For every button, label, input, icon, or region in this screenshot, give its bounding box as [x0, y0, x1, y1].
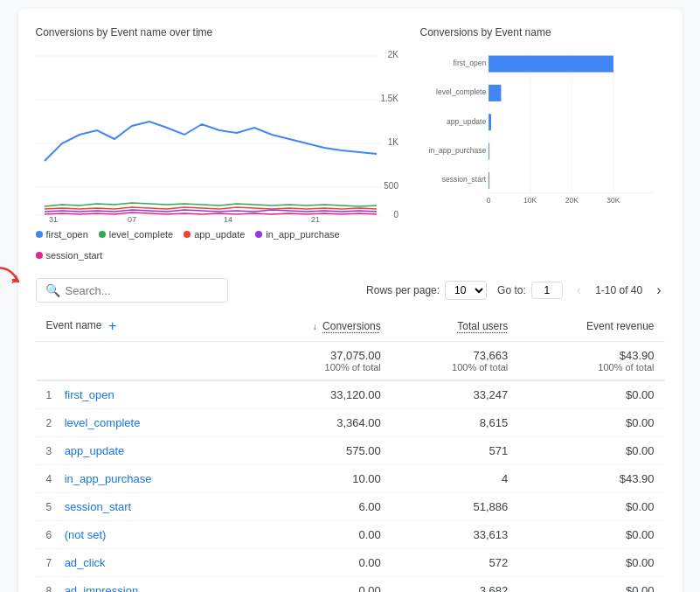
totals-label	[36, 342, 245, 381]
svg-rect-32	[489, 85, 501, 101]
td-conversions: 0.00	[244, 521, 391, 549]
td-row-num-event: 6 (not set)	[36, 521, 245, 549]
td-row-num-event: 7 ad_click	[36, 549, 245, 577]
td-users: 4	[392, 465, 518, 493]
th-conversions-label: Conversions	[322, 320, 381, 332]
td-users: 8,615	[392, 409, 518, 437]
goto-label: Go to:	[497, 284, 526, 296]
svg-rect-31	[489, 56, 613, 73]
svg-text:1.5K: 1.5K	[380, 94, 399, 103]
td-row-num-event: 4 in_app_purchase	[36, 465, 245, 493]
event-link[interactable]: ad_click	[65, 556, 106, 569]
td-conversions: 575.00	[244, 437, 391, 465]
row-number: 4	[46, 473, 52, 485]
legend-dot-in-app-purchase	[255, 231, 262, 238]
legend-label-session-start: session_start	[46, 250, 103, 261]
line-chart: 2K 1.5K 1K 500 0 31 Jul 07 Aug	[36, 47, 403, 222]
th-event-name-label: Event name	[46, 319, 102, 331]
red-arrow-annotation	[0, 264, 27, 294]
svg-text:31: 31	[48, 215, 57, 222]
td-revenue: $0.00	[518, 549, 664, 577]
search-box[interactable]: 🔍	[36, 278, 228, 303]
rows-per-page: Rows per page: 10 25 50	[366, 281, 487, 300]
svg-text:0: 0	[486, 196, 490, 205]
sort-icon-conversions: ↓	[313, 322, 317, 331]
svg-text:1K: 1K	[387, 137, 399, 147]
svg-text:10K: 10K	[523, 196, 537, 205]
svg-text:in_app_purchase: in_app_purchase	[428, 146, 486, 155]
svg-rect-34	[489, 143, 489, 160]
event-link[interactable]: in_app_purchase	[65, 472, 152, 485]
svg-text:2K: 2K	[387, 50, 399, 59]
td-conversions: 33,120.00	[244, 380, 391, 409]
th-total-users: Total users	[392, 311, 518, 342]
td-row-num-event: 3 app_update	[36, 437, 245, 465]
td-row-num-event: 5 session_start	[36, 493, 245, 521]
event-link[interactable]: app_update	[65, 444, 125, 457]
legend-dot-app-update	[184, 231, 191, 238]
td-users: 572	[392, 549, 518, 577]
td-users: 33,613	[392, 521, 518, 549]
table-row: 3 app_update 575.00 571 $0.00	[36, 437, 665, 465]
td-row-num-event: 2 level_complete	[36, 409, 245, 437]
prev-page-button[interactable]: ‹	[573, 281, 585, 300]
search-input[interactable]	[66, 284, 218, 297]
table-row: 8 ad_impression 0.00 3,682 $0.00	[36, 577, 665, 593]
row-number: 1	[46, 389, 52, 401]
event-link[interactable]: first_open	[65, 388, 114, 401]
row-number: 5	[46, 501, 52, 513]
legend-label-in-app-purchase: in_app_purchase	[266, 229, 339, 240]
legend-level-complete: level_complete	[99, 229, 173, 240]
td-users: 3,682	[392, 577, 518, 593]
rows-per-page-label: Rows per page:	[366, 284, 440, 296]
td-revenue: $0.00	[518, 409, 664, 437]
td-revenue: $0.00	[518, 437, 664, 465]
td-revenue: $0.00	[518, 577, 664, 593]
event-link[interactable]: ad_impression	[65, 584, 139, 592]
rows-per-page-select[interactable]: 10 25 50	[445, 281, 487, 300]
event-link[interactable]: session_start	[65, 500, 132, 513]
page-range: 1-10 of 40	[595, 284, 642, 296]
pagination-controls: Rows per page: 10 25 50 Go to: ‹ 1-10 of…	[366, 281, 664, 300]
table-header-row: Event name + ↓ Conversions Total users E…	[36, 311, 665, 342]
data-table: Event name + ↓ Conversions Total users E…	[36, 311, 665, 592]
td-conversions: 6.00	[244, 493, 391, 521]
legend-in-app-purchase: in_app_purchase	[255, 229, 339, 240]
td-users: 571	[392, 437, 518, 465]
svg-text:app_update: app_update	[446, 117, 485, 126]
row-number: 7	[46, 557, 52, 569]
totals-revenue: $43.90 100% of total	[518, 342, 664, 381]
table-row: 6 (not set) 0.00 33,613 $0.00	[36, 521, 665, 549]
row-number: 3	[46, 445, 52, 457]
totals-row: 37,075.00 100% of total 73,663 100% of t…	[36, 342, 665, 381]
legend-session-start: session_start	[36, 250, 103, 261]
legend-label-level-complete: level_complete	[109, 229, 173, 240]
bar-chart-title: Conversions by Event name	[420, 26, 665, 38]
goto-input[interactable]	[531, 282, 563, 299]
event-link[interactable]: level_complete	[65, 416, 141, 429]
row-number: 2	[46, 417, 52, 429]
svg-rect-35	[489, 172, 489, 189]
event-link[interactable]: (not set)	[65, 528, 107, 541]
th-conversions: ↓ Conversions	[244, 311, 391, 342]
table-controls: 🔍 Rows per page: 10 25 50 Go to: ‹ 1-10 …	[36, 278, 665, 303]
table-row: 2 level_complete 3,364.00 8,615 $0.00	[36, 409, 665, 437]
table-row: 7 ad_click 0.00 572 $0.00	[36, 549, 665, 577]
svg-text:level_complete: level_complete	[436, 87, 486, 96]
td-row-num-event: 8 ad_impression	[36, 577, 245, 593]
svg-text:500: 500	[384, 181, 399, 191]
next-page-button[interactable]: ›	[653, 281, 664, 300]
td-revenue: $0.00	[518, 521, 664, 549]
svg-text:first_open: first_open	[453, 59, 486, 67]
td-conversions: 0.00	[244, 549, 391, 577]
svg-text:14: 14	[223, 215, 232, 222]
row-number: 8	[46, 585, 52, 592]
svg-text:20K: 20K	[565, 196, 579, 205]
add-event-button[interactable]: +	[108, 318, 116, 334]
th-event-revenue-label: Event revenue	[586, 320, 654, 332]
bar-chart: first_open level_complete app_update in_…	[420, 47, 665, 222]
legend-label-first-open: first_open	[46, 229, 88, 240]
svg-text:21: 21	[310, 215, 319, 222]
line-chart-title: Conversions by Event name over time	[36, 26, 403, 38]
th-total-users-label: Total users	[457, 320, 508, 332]
